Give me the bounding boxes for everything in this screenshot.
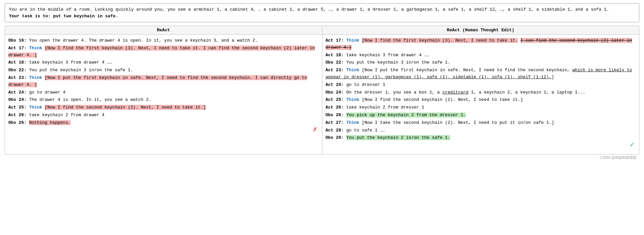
list-item: Act 23: Think [Now I put the first keych… [326, 67, 636, 81]
think-label-act27r: Think [346, 120, 359, 125]
obs26r-green: You pick up the keychain 2 from the dres… [346, 113, 466, 118]
obs26r-label: Obs 26: [326, 113, 344, 118]
think-label-act17: Think [29, 46, 42, 51]
act25-bracket: [Now I find the second keychain (2). Nex… [45, 105, 206, 110]
list-item: Obs 22: You put the keychain 3 in/on the… [326, 59, 636, 66]
creditcard-text: creditcard [443, 90, 469, 95]
cross-icon: ✗ [313, 124, 317, 135]
think-label-act25: Think [29, 105, 42, 110]
watermark: CSDN @AI架构师易筋 [5, 154, 639, 161]
act23r-label: Act 23: [326, 68, 344, 73]
act17-label: Act 17: [8, 46, 27, 51]
list-item: Act 26: take keychain 2 from drawer 4 [8, 112, 319, 119]
list-item: Act 25: Think [Now I find the second key… [8, 104, 319, 111]
list-item: Act 23: Think [Now I put the first keych… [8, 75, 319, 89]
obs24-label: Obs 24: [8, 97, 27, 102]
list-item: Act 26: take keychain 2 from dresser 1 [326, 104, 636, 111]
list-item: Act 24: go to drawer 4 [8, 89, 319, 96]
left-column: ReAct Obs 16: You open the drawer 4. The… [5, 26, 322, 154]
act17r-label: Act 17: [326, 38, 344, 43]
think-label-act17r: Think [346, 38, 359, 43]
list-item: Obs 24: The drawer 4 is open. In it, you… [8, 97, 319, 104]
task-description-box: You are in the middle of a room. Looking… [5, 3, 639, 22]
think-label-act23r: Think [346, 68, 359, 73]
task-goal: Your task is to: put two keychain in saf… [9, 14, 118, 19]
task-description-text: You are in the middle of a room. Looking… [9, 7, 609, 12]
left-col-content: Obs 16: You open the drawer 4. The drawe… [5, 35, 322, 139]
act27r-label: Act 27: [326, 120, 344, 125]
act18r-label: Act 18: [326, 53, 344, 58]
list-item: Obs 29: You put the keychain 2 in/on the… [326, 134, 636, 141]
act28r-label: Act 28: [326, 128, 344, 133]
think-label-act23: Think [29, 75, 42, 80]
list-item: Act 24: go to dresser 1 [326, 82, 636, 89]
act26-label: Act 26: [8, 113, 27, 118]
obs16-label: Obs 16: [8, 38, 27, 43]
right-col-header: ReAct (Human Thought Edit) [322, 26, 639, 35]
right-column: ReAct (Human Thought Edit) Act 17: Think… [322, 26, 639, 154]
left-col-footer: ✗ [8, 127, 319, 136]
list-item: Act 17: Think [Now I find the first keyc… [8, 45, 319, 59]
act23-bracket: [Now I put the first keychain in safe. N… [8, 75, 307, 87]
obs26-label: Obs 26: [8, 120, 27, 125]
act24r-label: Act 24: [326, 82, 344, 87]
list-item: Obs 26: Nothing happens. [8, 119, 319, 126]
act25-label: Act 25: [8, 105, 27, 110]
list-item: Act 28: go to safe 1 …… [326, 127, 636, 134]
act24-label: Act 24: [8, 90, 27, 95]
check-icon: ✓ [630, 139, 634, 151]
list-item: Obs 26: You pick up the keychain 2 from … [326, 112, 636, 119]
act17r-bracket-normal: [Now I find the first keychain (3). Next… [362, 38, 518, 43]
left-col-header: ReAct [5, 26, 322, 35]
think-label-act25r: Think [346, 97, 359, 102]
act25r-label: Act 25: [326, 97, 344, 102]
act26r-label: Act 26: [326, 105, 344, 110]
obs22-label: Obs 22: [8, 68, 27, 73]
right-col-content: Act 17: Think [Now I find the first keyc… [322, 35, 639, 154]
act17-bracket: [Now I find the first keychain (3). Next… [8, 46, 315, 58]
list-item: Act 17: Think [Now I find the first keyc… [326, 37, 636, 51]
act18-label: Act 18: [8, 60, 27, 65]
list-item: Obs 22: You put the keychain 3 in/on the… [8, 67, 319, 74]
list-item: Act 27: Think [Now I take the second key… [326, 119, 636, 126]
page-container: You are in the middle of a room. Looking… [0, 0, 644, 164]
list-item: Act 18: take keychain 3 from drawer 4 …… [326, 52, 636, 59]
obs22r-label: Obs 22: [326, 60, 344, 65]
list-item: Obs 24: On the dresser 1, you see a box … [326, 89, 636, 96]
obs24r-label: Obs 24: [326, 90, 344, 95]
list-item: Act 25: Think [Now I find the second key… [326, 97, 636, 104]
act23-label: Act 23: [8, 75, 27, 80]
list-item: Act 18: take keychain 3 from drawer 4 …… [8, 59, 319, 66]
act23r-bracket-underline: which is more likely to appear in dresse… [326, 68, 632, 80]
list-item: Obs 16: You open the drawer 4. The drawe… [8, 37, 319, 44]
obs29r-label: Obs 29: [326, 135, 344, 140]
obs29r-green: You put the keychain 2 in/on the safe 1. [346, 135, 450, 140]
comparison-columns: ReAct Obs 16: You open the drawer 4. The… [5, 26, 639, 154]
right-col-footer: ✓ [326, 142, 636, 151]
obs26-nothing: Nothing happens. [29, 120, 71, 125]
